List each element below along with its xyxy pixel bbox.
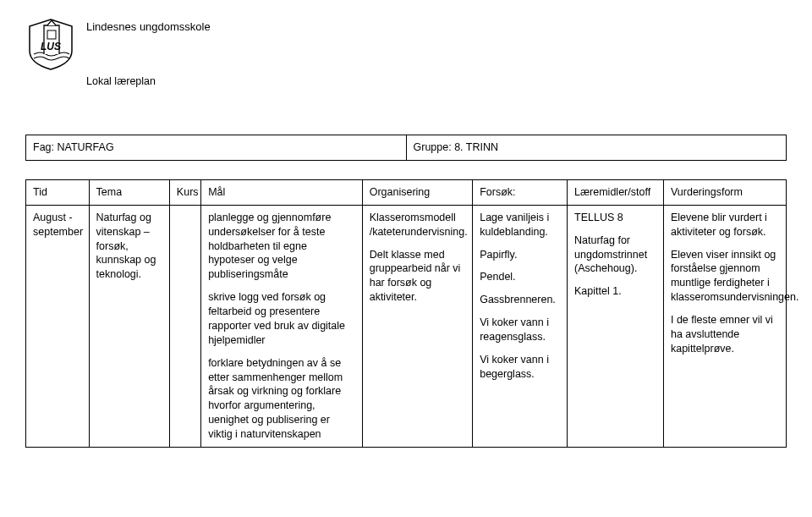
org-item: Klasseromsmodell /kateterundervisning. — [370, 211, 466, 239]
col-header-vurdering: Vurderingsform — [663, 179, 786, 205]
school-name: Lindesnes ungdomsskole — [86, 17, 211, 33]
page-header: LUS Lindesnes ungdomsskole — [25, 17, 787, 72]
cell-maal: planlegge og gjennomføre undersøkelser f… — [201, 205, 363, 447]
org-item: Delt klasse med gruppearbeid når vi har … — [370, 248, 466, 305]
svg-text:LUS: LUS — [41, 41, 61, 52]
vurdering-item: Elevene blir vurdert i aktiviteter og fo… — [671, 211, 779, 239]
forsok-item: Papirfly. — [480, 248, 560, 262]
col-header-maal: Mål — [201, 179, 363, 205]
goal-item: forklare betydningen av å se etter samme… — [208, 356, 355, 442]
document-subtitle: Lokal læreplan — [86, 75, 787, 87]
col-header-tema: Tema — [89, 179, 169, 205]
cell-vurdering: Elevene blir vurdert i aktiviteter og fo… — [663, 205, 786, 447]
forsok-item: Gassbrenneren. — [480, 293, 560, 307]
laeremidler-item: Kapittel 1. — [574, 284, 656, 299]
col-header-forsok: Forsøk: — [473, 179, 568, 205]
meta-table: Fag: NATURFAG Gruppe: 8. TRINN — [25, 135, 787, 161]
table-row: August - september Naturfag og vitenskap… — [26, 205, 787, 447]
col-header-laeremidler: Læremidler/stoff — [568, 179, 664, 205]
goal-item: skrive logg ved forsøk og feltarbeid og … — [208, 290, 355, 348]
cell-forsok: Lage vaniljeis i kuldeblanding. Papirfly… — [473, 205, 568, 447]
vurdering-item: Eleven viser innsikt og forståelse gjenn… — [671, 248, 779, 305]
cell-laeremidler: TELLUS 8 Naturfag for ungdomstrinnet (As… — [568, 205, 664, 447]
cell-tema: Naturfag og vitenskap – forsøk, kunnskap… — [89, 205, 169, 447]
curriculum-table: Tid Tema Kurs Mål Organisering Forsøk: L… — [25, 179, 787, 448]
cell-kurs — [169, 205, 200, 447]
col-header-kurs: Kurs — [169, 179, 200, 205]
laeremidler-item: TELLUS 8 — [574, 211, 656, 225]
col-header-tid: Tid — [26, 179, 90, 205]
meta-gruppe: Gruppe: 8. TRINN — [406, 135, 787, 161]
forsok-item: Pendel. — [480, 270, 560, 284]
forsok-item: Vi koker vann i reagensglass. — [480, 316, 560, 344]
table-header-row: Tid Tema Kurs Mål Organisering Forsøk: L… — [26, 179, 787, 205]
cell-organisering: Klasseromsmodell /kateterundervisning. D… — [362, 205, 473, 447]
col-header-organisering: Organisering — [362, 179, 473, 205]
cell-tid: August - september — [26, 205, 90, 447]
vurdering-item: I de fleste emner vil vi ha avsluttende … — [671, 313, 779, 356]
forsok-item: Lage vaniljeis i kuldeblanding. — [480, 211, 560, 239]
forsok-item: Vi koker vann i begerglass. — [480, 353, 560, 382]
meta-fag: Fag: NATURFAG — [26, 135, 407, 161]
laeremidler-item: Naturfag for ungdomstrinnet (Aschehoug). — [574, 234, 656, 277]
goal-item: planlegge og gjennomføre undersøkelser f… — [208, 211, 355, 282]
school-logo: LUS — [25, 17, 76, 72]
